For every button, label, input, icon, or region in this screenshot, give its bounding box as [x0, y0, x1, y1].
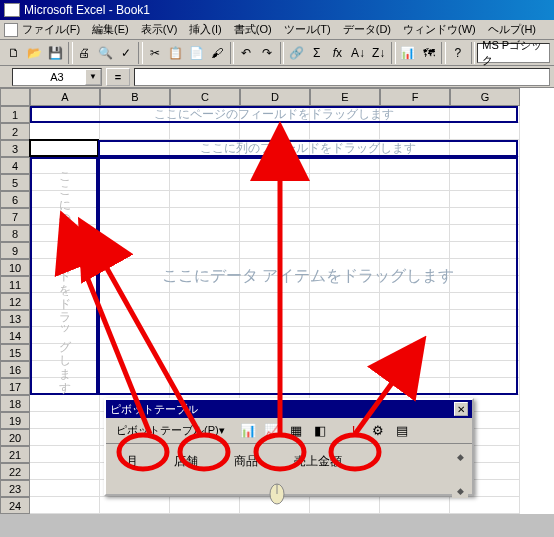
cell[interactable] — [30, 446, 100, 463]
save-button[interactable]: 💾 — [45, 42, 65, 64]
cut-button[interactable]: ✂ — [145, 42, 165, 64]
row-header[interactable]: 9 — [0, 242, 30, 259]
row-header[interactable]: 7 — [0, 208, 30, 225]
cell[interactable] — [170, 497, 240, 514]
formula-input[interactable] — [134, 68, 550, 86]
row-header[interactable]: 11 — [0, 276, 30, 293]
cell[interactable] — [380, 497, 450, 514]
cell[interactable] — [100, 123, 170, 140]
column-header[interactable]: B — [100, 88, 170, 106]
link-button[interactable]: 🔗 — [286, 42, 306, 64]
row-header[interactable]: 13 — [0, 310, 30, 327]
row-header[interactable]: 15 — [0, 344, 30, 361]
row-header[interactable]: 6 — [0, 191, 30, 208]
fx-button[interactable]: fx — [328, 42, 348, 64]
copy-button[interactable]: 📋 — [166, 42, 186, 64]
field-product[interactable]: 商品 — [224, 450, 268, 473]
row-header[interactable]: 10 — [0, 259, 30, 276]
scroll-up-icon[interactable]: ◆ — [452, 450, 468, 464]
pivot-row-drop[interactable]: ここに行のフィールドをドラッグします — [30, 157, 98, 395]
cell[interactable] — [30, 395, 100, 412]
cell[interactable] — [30, 140, 100, 157]
menu-tools[interactable]: ツール(T) — [284, 22, 331, 37]
row-header[interactable]: 23 — [0, 480, 30, 497]
preview-button[interactable]: 🔍 — [95, 42, 115, 64]
cell[interactable] — [30, 497, 100, 514]
cell[interactable] — [450, 497, 520, 514]
pivot-page-drop[interactable]: ここにページのフィールドをドラッグします — [30, 106, 518, 123]
cell[interactable] — [30, 412, 100, 429]
field-month[interactable]: 月 — [116, 450, 148, 473]
cell[interactable] — [100, 497, 170, 514]
pivot-toolbar-titlebar[interactable]: ピボットテーブル ✕ — [106, 400, 472, 418]
column-header[interactable]: G — [450, 88, 520, 106]
cell[interactable] — [30, 123, 100, 140]
menu-edit[interactable]: 編集(E) — [92, 22, 129, 37]
menu-data[interactable]: データ(D) — [343, 22, 391, 37]
name-box[interactable]: A3 ▼ — [12, 68, 102, 86]
cell[interactable] — [240, 123, 310, 140]
row-header[interactable]: 5 — [0, 174, 30, 191]
cell[interactable] — [30, 480, 100, 497]
row-header[interactable]: 8 — [0, 225, 30, 242]
row-header[interactable]: 3 — [0, 140, 30, 157]
column-header[interactable]: E — [310, 88, 380, 106]
new-button[interactable]: 🗋 — [4, 42, 24, 64]
row-header[interactable]: 1 — [0, 106, 30, 123]
menu-view[interactable]: 表示(V) — [141, 22, 178, 37]
cell[interactable] — [30, 463, 100, 480]
row-header[interactable]: 24 — [0, 497, 30, 514]
chart-button[interactable]: 📊 — [398, 42, 418, 64]
row-header[interactable]: 20 — [0, 429, 30, 446]
menu-window[interactable]: ウィンドウ(W) — [403, 22, 476, 37]
help-button[interactable]: ? — [448, 42, 468, 64]
cell[interactable] — [240, 497, 310, 514]
row-header[interactable]: 19 — [0, 412, 30, 429]
row-header[interactable]: 4 — [0, 157, 30, 174]
cell[interactable] — [380, 123, 450, 140]
column-header[interactable]: C — [170, 88, 240, 106]
print-button[interactable]: 🖨 — [75, 42, 95, 64]
row-header[interactable]: 22 — [0, 463, 30, 480]
menu-file[interactable]: ファイル(F) — [22, 22, 80, 37]
menu-help[interactable]: ヘルプ(H) — [488, 22, 536, 37]
column-header[interactable]: D — [240, 88, 310, 106]
pivot-field-button[interactable]: ▤ — [391, 420, 413, 442]
row-header[interactable]: 17 — [0, 378, 30, 395]
open-button[interactable]: 📂 — [25, 42, 45, 64]
cell[interactable] — [30, 429, 100, 446]
pivot-refresh-button[interactable]: ! — [343, 420, 365, 442]
select-all-corner[interactable] — [0, 88, 30, 106]
redo-button[interactable]: ↷ — [257, 42, 277, 64]
field-store[interactable]: 店舗 — [164, 450, 208, 473]
field-sales[interactable]: 売上金額 — [284, 450, 352, 473]
pivot-menu-dropdown[interactable]: ピボットテーブル(P) ▾ — [110, 421, 231, 441]
undo-button[interactable]: ↶ — [236, 42, 256, 64]
cell[interactable] — [310, 497, 380, 514]
cell[interactable] — [310, 123, 380, 140]
scroll-down-icon[interactable]: ◆ — [452, 484, 468, 498]
row-header[interactable]: 18 — [0, 395, 30, 412]
pivot-detail-button[interactable]: ◧ — [309, 420, 331, 442]
menu-format[interactable]: 書式(O) — [234, 22, 272, 37]
equals-button[interactable]: = — [106, 68, 130, 86]
row-header[interactable]: 21 — [0, 446, 30, 463]
row-header[interactable]: 12 — [0, 293, 30, 310]
row-header[interactable]: 2 — [0, 123, 30, 140]
pivot-layout-button[interactable]: ▦ — [285, 420, 307, 442]
map-button[interactable]: 🗺 — [419, 42, 439, 64]
row-header[interactable]: 16 — [0, 361, 30, 378]
sort-desc-button[interactable]: Z↓ — [369, 42, 389, 64]
cell[interactable] — [170, 123, 240, 140]
menu-insert[interactable]: 挿入(I) — [189, 22, 221, 37]
autosum-button[interactable]: Σ — [307, 42, 327, 64]
name-box-dropdown-icon[interactable]: ▼ — [85, 69, 101, 85]
format-painter-button[interactable]: 🖌 — [207, 42, 227, 64]
column-header[interactable]: F — [380, 88, 450, 106]
spell-button[interactable]: ✓ — [116, 42, 136, 64]
pivot-chart-button[interactable]: 📈 — [261, 420, 283, 442]
pivot-wizard-button[interactable]: 📊 — [237, 420, 259, 442]
paste-button[interactable]: 📄 — [186, 42, 206, 64]
cell[interactable] — [450, 123, 520, 140]
pivot-column-drop[interactable]: ここに列のフィールドをドラッグします — [98, 140, 518, 157]
